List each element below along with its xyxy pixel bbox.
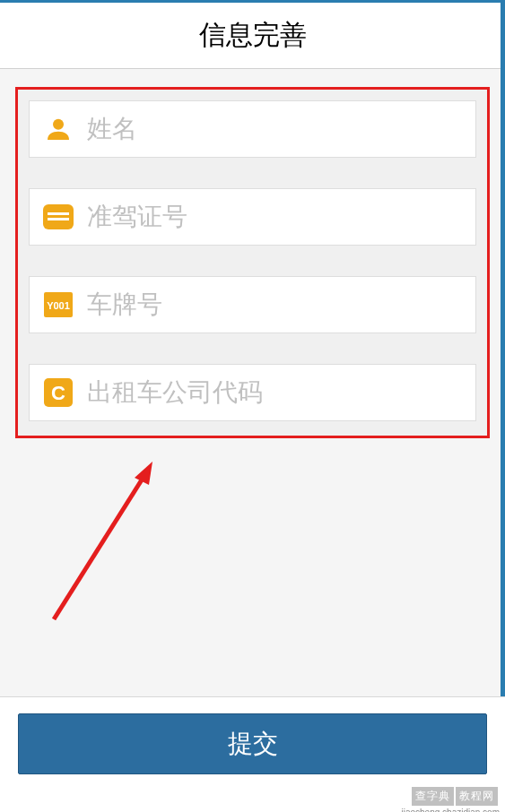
page-title: 信息完善 xyxy=(199,17,307,54)
right-edge-accent xyxy=(501,3,505,812)
annotation-arrow xyxy=(47,451,163,634)
name-row[interactable] xyxy=(29,100,476,158)
submit-button[interactable]: 提交 xyxy=(18,713,487,774)
license-input[interactable] xyxy=(74,189,463,245)
company-row[interactable]: C xyxy=(29,364,476,421)
watermark-left: 查字典 xyxy=(412,787,454,806)
svg-rect-1 xyxy=(43,204,74,229)
company-code-icon: C xyxy=(42,376,74,409)
plate-row[interactable]: Y001 xyxy=(29,276,476,333)
company-input[interactable] xyxy=(74,365,463,420)
svg-line-8 xyxy=(54,474,145,619)
name-input[interactable] xyxy=(74,101,463,157)
form-highlight-box: Y001 C xyxy=(15,87,490,438)
svg-rect-2 xyxy=(48,212,69,215)
license-card-icon xyxy=(42,201,74,233)
svg-rect-3 xyxy=(48,218,69,220)
svg-text:Y001: Y001 xyxy=(47,300,70,311)
watermark-url: jiaocheng.chazidian.com xyxy=(401,808,500,812)
license-row[interactable] xyxy=(29,188,476,246)
plate-badge-icon: Y001 xyxy=(42,289,74,321)
watermark-right: 教程网 xyxy=(456,787,498,806)
plate-input[interactable] xyxy=(74,277,463,333)
svg-text:C: C xyxy=(51,382,65,404)
svg-point-0 xyxy=(53,119,64,130)
header: 信息完善 xyxy=(0,3,505,69)
watermark: 查字典 教程网 xyxy=(412,787,498,806)
svg-marker-9 xyxy=(135,462,152,485)
person-icon xyxy=(42,113,74,145)
